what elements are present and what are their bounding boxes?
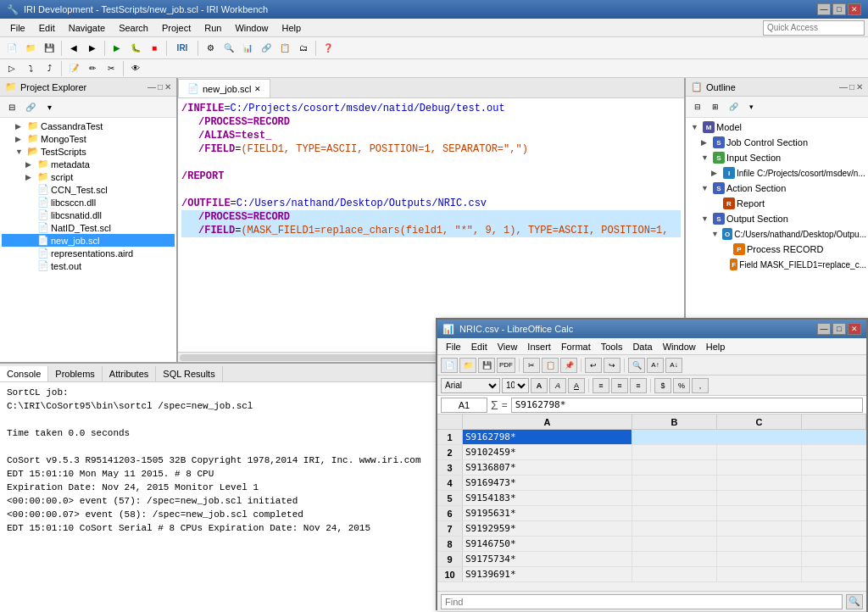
outline-btn-1[interactable]: ⊟	[689, 98, 706, 115]
menu-help[interactable]: Help	[275, 21, 309, 35]
maximize-button[interactable]: □	[832, 3, 846, 15]
panel-close-button[interactable]: ✕	[164, 82, 171, 92]
panel-minimize-button[interactable]: —	[147, 82, 156, 92]
cell-b7[interactable]	[632, 521, 717, 536]
find-search-button[interactable]: 🔍	[846, 594, 863, 609]
tree-item-ccntest[interactable]: ▶ 📄 CCN_Test.scl	[2, 183, 175, 196]
back-button[interactable]: ◀	[65, 40, 82, 57]
calc-currency-btn[interactable]: $	[654, 378, 671, 393]
calc-find-btn[interactable]: 🔍	[628, 358, 645, 373]
panel-maximize-button[interactable]: □	[158, 82, 163, 92]
outline-btn-3[interactable]: 🔗	[725, 98, 742, 115]
tree-item-script[interactable]: ▶ 📁 script	[2, 170, 175, 183]
tree-item-representations[interactable]: ▶ 📄 representations.aird	[2, 247, 175, 259]
calc-menu-help[interactable]: Help	[701, 341, 731, 353]
cell-a1[interactable]: S9162798*	[463, 430, 632, 444]
tab-close-icon[interactable]: ✕	[254, 85, 261, 93]
menu-run[interactable]: Run	[198, 21, 228, 35]
calc-menu-insert[interactable]: Insert	[522, 341, 556, 353]
outline-output-section[interactable]: ▼ S Output Section	[687, 211, 866, 226]
outline-outfile[interactable]: ▼ O C:/Users/nathand/Desktop/Outpu...	[687, 226, 866, 242]
menu-file[interactable]: File	[3, 21, 32, 35]
outline-field[interactable]: ▶ F Field MASK_FIELD1=replace_c...	[687, 257, 866, 272]
toolbar-btn-1[interactable]: ⚙	[202, 40, 219, 57]
outline-model[interactable]: ▼ M Model	[687, 120, 866, 135]
toolbar-btn-5[interactable]: 📋	[276, 40, 293, 57]
menu-window[interactable]: Window	[228, 21, 275, 35]
outline-btn-2[interactable]: ⊞	[707, 98, 724, 115]
tree-item-testout[interactable]: ▶ 📄 test.out	[2, 259, 175, 272]
tb2-btn-1[interactable]: ▷	[3, 60, 20, 77]
calc-menu-tools[interactable]: Tools	[596, 341, 628, 353]
tab-newjob[interactable]: 📄 new_job.scl ✕	[178, 79, 270, 97]
outline-action-section[interactable]: ▼ S Action Section	[687, 181, 866, 196]
toolbar-btn-2[interactable]: 🔍	[220, 40, 237, 57]
calc-size-select[interactable]: 10	[502, 378, 529, 393]
menu-edit[interactable]: Edit	[32, 21, 62, 35]
cell-reference-input[interactable]	[441, 398, 487, 413]
tb2-btn-4[interactable]: 📝	[65, 60, 82, 77]
calc-redo-btn[interactable]: ↪	[604, 358, 620, 373]
new-button[interactable]: 📄	[3, 40, 20, 57]
open-button[interactable]: 📁	[22, 40, 39, 57]
tb2-btn-6[interactable]: ✂	[103, 60, 120, 77]
calc-close-button[interactable]: ✕	[848, 323, 861, 335]
cell-c8[interactable]	[717, 537, 802, 551]
toolbar-btn-3[interactable]: 📊	[239, 40, 256, 57]
calc-menu-format[interactable]: Format	[556, 341, 596, 353]
calc-sort-asc-btn[interactable]: A↑	[647, 358, 664, 373]
stop-button[interactable]: ■	[146, 40, 163, 57]
outline-input-section[interactable]: ▼ S Input Section	[687, 150, 866, 165]
cell-c1[interactable]	[717, 430, 802, 444]
calc-thousands-btn[interactable]: ,	[692, 378, 709, 393]
calc-menu-data[interactable]: Data	[627, 341, 657, 353]
calc-italic-btn[interactable]: A	[549, 378, 566, 393]
tree-item-testscripts[interactable]: ▼ 📂 TestScripts	[2, 145, 175, 158]
cell-a4[interactable]: S9169473*	[463, 476, 632, 490]
calc-menu-window[interactable]: Window	[658, 341, 701, 353]
cell-c9[interactable]	[717, 552, 802, 566]
cell-b9[interactable]	[632, 552, 717, 566]
calc-pdf-btn[interactable]: PDF	[497, 358, 515, 373]
cell-c4[interactable]	[717, 476, 802, 490]
calc-new-btn[interactable]: 📄	[441, 358, 458, 373]
calc-open-btn[interactable]: 📁	[459, 358, 476, 373]
col-header-b[interactable]: B	[632, 414, 717, 429]
outline-infile[interactable]: ▶ I Infile C:/Projects/cosort/msdev/n...	[687, 165, 866, 181]
help-button[interactable]: ❓	[320, 40, 337, 57]
tb2-btn-5[interactable]: ✏	[84, 60, 101, 77]
calc-maximize-button[interactable]: □	[832, 323, 846, 335]
cell-b8[interactable]	[632, 537, 717, 551]
calc-font-select[interactable]: Arial	[441, 378, 500, 393]
minimize-button[interactable]: —	[817, 3, 831, 15]
cell-c2[interactable]	[717, 445, 802, 459]
cell-a2[interactable]: S9102459*	[463, 445, 632, 459]
tab-console[interactable]: Console	[0, 366, 48, 381]
formula-input[interactable]	[511, 398, 863, 413]
cell-a5[interactable]: S9154183*	[463, 491, 632, 505]
cell-c7[interactable]	[717, 521, 802, 536]
tree-item-natidtest[interactable]: ▶ 📄 NatID_Test.scl	[2, 221, 175, 234]
calc-menu-edit[interactable]: Edit	[466, 341, 492, 353]
tb2-btn-2[interactable]: ⤵	[22, 60, 39, 77]
tree-item-mongotest[interactable]: ▶ 📁 MongoTest	[2, 132, 175, 145]
cell-a6[interactable]: S9195631*	[463, 506, 632, 520]
toolbar-btn-6[interactable]: 🗂	[295, 40, 312, 57]
cell-b1[interactable]	[632, 430, 717, 444]
calc-menu-file[interactable]: File	[441, 341, 466, 353]
link-editor-button[interactable]: 🔗	[22, 98, 39, 115]
menu-navigate[interactable]: Navigate	[62, 21, 112, 35]
cell-b10[interactable]	[632, 567, 717, 581]
cell-a8[interactable]: S9146750*	[463, 537, 632, 551]
tab-sqlresults[interactable]: SQL Results	[156, 366, 222, 381]
cell-b3[interactable]	[632, 460, 717, 475]
outline-maximize-button[interactable]: □	[849, 82, 854, 92]
close-button[interactable]: ✕	[848, 3, 861, 15]
menu-search[interactable]: Search	[112, 21, 155, 35]
cell-b5[interactable]	[632, 491, 717, 505]
col-header-c[interactable]: C	[717, 414, 802, 429]
tree-item-libcsnatid[interactable]: ▶ 📄 libcsnatid.dll	[2, 209, 175, 221]
tab-attributes[interactable]: Attributes	[103, 366, 156, 381]
tb2-btn-3[interactable]: ⤴	[41, 60, 58, 77]
cell-c10[interactable]	[717, 567, 802, 581]
